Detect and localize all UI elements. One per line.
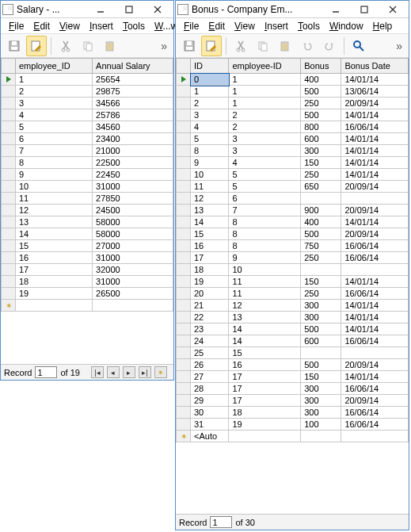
nav-next-button[interactable]: ▸ <box>123 366 135 378</box>
cell[interactable]: 11 <box>229 288 301 300</box>
cell[interactable]: 17 <box>16 264 93 276</box>
row-header[interactable] <box>2 169 16 181</box>
titlebar-salary[interactable]: Salary - ... <box>1 1 173 18</box>
cell[interactable]: 14/01/14 <box>341 300 409 312</box>
cell[interactable]: 600 <box>301 335 341 347</box>
table-row[interactable]: 11565020/09/14 <box>177 181 409 193</box>
table-row[interactable]: 241460016/06/14 <box>177 335 409 347</box>
cell[interactable]: 20/09/14 <box>341 181 409 193</box>
table-row[interactable]: 8330014/01/14 <box>177 145 409 157</box>
cell[interactable] <box>301 347 341 359</box>
cell[interactable]: 31000 <box>93 252 173 264</box>
cell[interactable]: 20/09/14 <box>341 228 409 240</box>
edit-button[interactable] <box>26 36 47 56</box>
row-header[interactable] <box>177 395 191 407</box>
cell[interactable]: 20/09/14 <box>341 359 409 371</box>
cell[interactable]: 500 <box>301 228 341 240</box>
row-header[interactable] <box>177 193 191 205</box>
row-header[interactable] <box>2 193 16 205</box>
row-header[interactable] <box>177 347 191 359</box>
row-header[interactable] <box>177 240 191 252</box>
cell[interactable]: 1 <box>16 74 93 86</box>
menu-tools[interactable]: Tools <box>293 19 325 33</box>
cell[interactable]: 150 <box>301 371 341 383</box>
row-header[interactable] <box>2 86 16 98</box>
table-row[interactable]: 229875 <box>2 86 173 98</box>
cell[interactable]: 11 <box>229 276 301 288</box>
table-row[interactable]: 9415014/01/14 <box>177 157 409 169</box>
table-row[interactable]: 301830016/06/14 <box>177 407 409 419</box>
cell[interactable]: 19 <box>191 276 229 288</box>
cell[interactable]: 16/06/14 <box>341 335 409 347</box>
cell[interactable]: 9 <box>191 157 229 169</box>
cell[interactable]: 3 <box>229 145 301 157</box>
cell[interactable]: 18 <box>16 276 93 288</box>
cell[interactable]: 14/01/14 <box>341 157 409 169</box>
table-row[interactable]: 14840014/01/14 <box>177 216 409 228</box>
cell[interactable]: 18 <box>229 407 301 419</box>
cell[interactable]: 400 <box>301 216 341 228</box>
paste-button[interactable] <box>275 36 295 56</box>
table-row[interactable]: 1031000 <box>2 181 173 193</box>
table-row[interactable]: 822500 <box>2 157 173 169</box>
row-header[interactable] <box>177 133 191 145</box>
row-header[interactable] <box>177 276 191 288</box>
table-row[interactable]: 1527000 <box>2 240 173 252</box>
row-header[interactable] <box>177 109 191 121</box>
undo-button[interactable] <box>297 36 318 56</box>
row-header[interactable] <box>177 216 191 228</box>
row-header[interactable] <box>177 145 191 157</box>
table-row[interactable]: 1631000 <box>2 252 173 264</box>
row-header[interactable] <box>177 419 191 431</box>
cell[interactable]: 26 <box>191 359 229 371</box>
cell[interactable]: 1 <box>191 86 229 98</box>
table-row[interactable]: 1810 <box>177 264 409 276</box>
minimize-button[interactable] <box>86 2 115 17</box>
cell[interactable]: 300 <box>301 300 341 312</box>
cell[interactable]: 750 <box>301 240 341 252</box>
cell[interactable]: 12 <box>16 205 93 216</box>
menu-edit[interactable]: Edit <box>204 19 230 33</box>
cell[interactable]: 16/06/14 <box>341 240 409 252</box>
save-button[interactable] <box>179 36 200 56</box>
paste-button[interactable] <box>100 36 120 56</box>
cell[interactable]: 16/06/14 <box>341 121 409 133</box>
cell[interactable]: 23 <box>191 323 229 335</box>
cell[interactable]: 31000 <box>93 181 173 193</box>
menu-view[interactable]: View <box>55 19 85 33</box>
table-row[interactable]: 922450 <box>2 169 173 181</box>
cell[interactable]: 1 <box>229 86 301 98</box>
cell[interactable]: 13 <box>229 312 301 323</box>
cell[interactable]: 250 <box>301 169 341 181</box>
table-row[interactable]: 534560 <box>2 121 173 133</box>
menu-view[interactable]: View <box>230 19 260 33</box>
table-row[interactable]: 2125020/09/14 <box>177 98 409 109</box>
cell[interactable]: 23400 <box>93 133 173 145</box>
cell[interactable]: 250 <box>301 252 341 264</box>
cell[interactable]: 14/01/14 <box>341 145 409 157</box>
table-row[interactable]: 1458000 <box>2 228 173 240</box>
menu-file[interactable]: File <box>4 19 29 33</box>
cell[interactable]: 0 <box>191 74 229 86</box>
toolbar-overflow-icon[interactable]: » <box>393 40 405 52</box>
row-header[interactable] <box>177 86 191 98</box>
cell[interactable]: 16 <box>229 359 301 371</box>
cell[interactable]: 650 <box>301 181 341 193</box>
cell[interactable]: 300 <box>301 407 341 419</box>
table-row[interactable]: 281730016/06/14 <box>177 383 409 395</box>
cell[interactable] <box>301 193 341 205</box>
grid-bonus[interactable]: IDemployee-IDBonusBonus Date0140014/01/1… <box>176 58 409 514</box>
save-button[interactable] <box>4 36 25 56</box>
cell[interactable]: 12 <box>229 300 301 312</box>
cell[interactable]: 250 <box>301 288 341 300</box>
cell[interactable]: 16/06/14 <box>341 252 409 264</box>
cell[interactable]: 150 <box>301 276 341 288</box>
table-row[interactable]: 1358000 <box>2 216 173 228</box>
cell[interactable]: 27850 <box>93 193 173 205</box>
titlebar-bonus[interactable]: Bonus - Company Em... <box>176 1 409 18</box>
row-header[interactable] <box>177 252 191 264</box>
cell[interactable]: 800 <box>301 121 341 133</box>
cell[interactable]: 300 <box>301 145 341 157</box>
cell[interactable]: 14/01/14 <box>341 312 409 323</box>
cell[interactable]: 11 <box>16 193 93 205</box>
